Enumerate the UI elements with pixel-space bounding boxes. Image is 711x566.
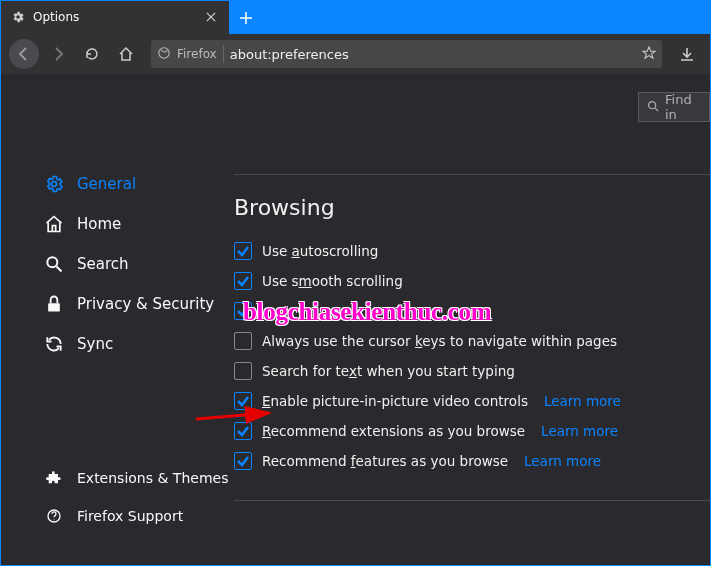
checkbox[interactable]: [234, 422, 252, 440]
sidebar-label: Search: [77, 255, 129, 273]
section-title: Browsing: [234, 195, 710, 220]
preferences-sidebar: General Home Search: [1, 74, 234, 565]
option-obscured[interactable]: [234, 296, 710, 326]
checkbox[interactable]: [234, 302, 252, 320]
sidebar-label: Home: [77, 215, 121, 233]
tab-options[interactable]: Options: [1, 1, 229, 34]
checkbox[interactable]: [234, 392, 252, 410]
sidebar-label: Privacy & Security: [77, 295, 214, 313]
downloads-button[interactable]: [672, 39, 702, 69]
option-label: Use autoscrolling: [262, 243, 378, 259]
identity-box: Firefox: [157, 46, 217, 63]
close-icon[interactable]: [203, 9, 219, 25]
forward-button[interactable]: [43, 39, 73, 69]
browser-window: Options Firefox: [0, 0, 711, 566]
gear-icon: [43, 173, 65, 195]
svg-point-6: [53, 519, 54, 520]
option-label: Use smooth scrolling: [262, 273, 403, 289]
option-label: Recommend features as you browse: [262, 453, 508, 469]
checkbox[interactable]: [234, 332, 252, 350]
option-label: Search for text when you start typing: [262, 363, 515, 379]
identity-separator: [223, 45, 224, 63]
sidebar-label: General: [77, 175, 136, 193]
puzzle-icon: [43, 467, 65, 489]
sidebar-item-extensions[interactable]: Extensions & Themes: [1, 459, 234, 497]
svg-point-0: [159, 47, 170, 58]
svg-point-2: [52, 182, 57, 187]
learn-more-link[interactable]: Learn more: [544, 393, 621, 409]
checkbox[interactable]: [234, 242, 252, 260]
option-pip[interactable]: Enable picture-in-picture video controls…: [234, 386, 710, 416]
option-recommend-extensions[interactable]: Recommend extensions as you browse Learn…: [234, 416, 710, 446]
sidebar-item-general[interactable]: General: [1, 164, 234, 204]
nav-toolbar: Firefox about:preferences: [1, 34, 710, 74]
home-icon: [43, 213, 65, 235]
identity-label: Firefox: [177, 47, 217, 61]
sidebar-label: Firefox Support: [77, 508, 183, 524]
section-divider: [234, 500, 710, 501]
content-area: Find in General Home: [1, 74, 710, 565]
option-cursor-keys[interactable]: Always use the cursor keys to navigate w…: [234, 326, 710, 356]
back-button[interactable]: [9, 39, 39, 69]
option-label: Always use the cursor keys to navigate w…: [262, 333, 617, 349]
sidebar-item-home[interactable]: Home: [1, 204, 234, 244]
help-icon: [43, 505, 65, 527]
learn-more-link[interactable]: Learn more: [524, 453, 601, 469]
learn-more-link[interactable]: Learn more: [541, 423, 618, 439]
address-text: about:preferences: [230, 47, 636, 62]
lock-icon: [43, 293, 65, 315]
bookmark-star-icon[interactable]: [642, 45, 656, 64]
home-button[interactable]: [111, 39, 141, 69]
option-smooth-scroll[interactable]: Use smooth scrolling: [234, 266, 710, 296]
option-recommend-features[interactable]: Recommend features as you browse Learn m…: [234, 446, 710, 476]
search-icon: [43, 253, 65, 275]
tab-strip: Options: [1, 1, 710, 34]
sidebar-item-support[interactable]: Firefox Support: [1, 497, 234, 535]
section-divider: [234, 174, 710, 175]
option-autoscroll[interactable]: Use autoscrolling: [234, 236, 710, 266]
svg-rect-4: [48, 303, 60, 311]
checkbox[interactable]: [234, 452, 252, 470]
url-bar[interactable]: Firefox about:preferences: [151, 40, 662, 68]
sidebar-label: Sync: [77, 335, 113, 353]
preferences-main: Browsing Use autoscrolling Use smooth sc…: [234, 74, 710, 565]
sidebar-item-search[interactable]: Search: [1, 244, 234, 284]
sync-icon: [43, 333, 65, 355]
checkbox[interactable]: [234, 272, 252, 290]
tab-title: Options: [33, 10, 195, 24]
checkbox[interactable]: [234, 362, 252, 380]
gear-icon: [11, 10, 25, 24]
option-search-typing[interactable]: Search for text when you start typing: [234, 356, 710, 386]
sidebar-label: Extensions & Themes: [77, 470, 228, 486]
option-label: Recommend extensions as you browse: [262, 423, 525, 439]
sidebar-item-privacy[interactable]: Privacy & Security: [1, 284, 234, 324]
firefox-icon: [157, 46, 171, 63]
sidebar-item-sync[interactable]: Sync: [1, 324, 234, 364]
option-label: Enable picture-in-picture video controls: [262, 393, 528, 409]
reload-button[interactable]: [77, 39, 107, 69]
new-tab-button[interactable]: [229, 1, 262, 34]
svg-point-3: [47, 257, 57, 267]
